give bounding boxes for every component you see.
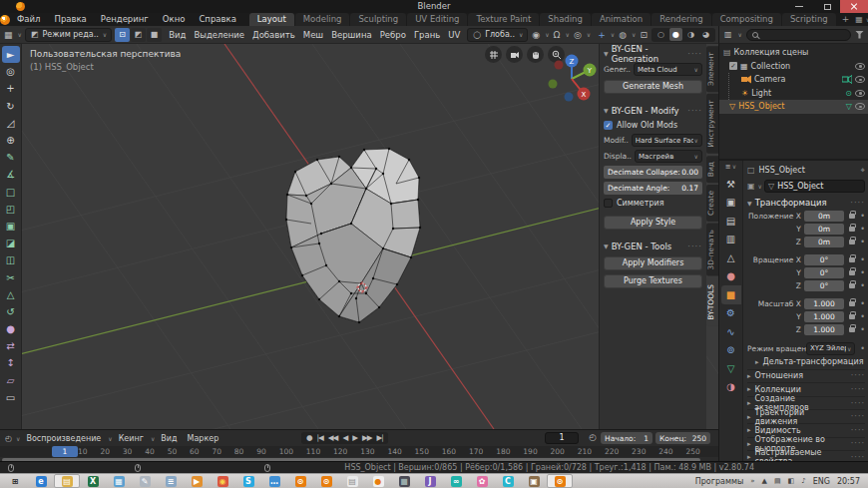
purge-textures-button[interactable]: Purge Textures bbox=[604, 274, 702, 288]
play-reverse-button[interactable]: ◀ bbox=[340, 433, 349, 443]
shading-wireframe[interactable]: ○ bbox=[654, 28, 667, 41]
camera-view-button[interactable] bbox=[506, 46, 523, 63]
maximize-button[interactable] bbox=[814, 0, 840, 13]
lock-icon[interactable] bbox=[849, 301, 855, 306]
lock-icon[interactable] bbox=[849, 314, 855, 319]
panel-header[interactable]: BY-GEN - Generation bbox=[604, 47, 702, 60]
jump-to-end-button[interactable]: ▶| bbox=[375, 433, 385, 443]
start-frame-field[interactable]: Начало:1 bbox=[601, 432, 652, 444]
tool-spin[interactable]: ↺ bbox=[2, 303, 20, 320]
close-button[interactable] bbox=[840, 0, 868, 13]
edge-select-button[interactable]: ◩ bbox=[131, 28, 146, 42]
jump-to-start-button[interactable]: |◀ bbox=[315, 433, 325, 443]
lock-icon[interactable] bbox=[849, 327, 855, 332]
value-field[interactable]: 0° bbox=[804, 254, 844, 265]
c-app-icon[interactable]: C bbox=[495, 474, 521, 488]
animate-dot-icon[interactable]: • bbox=[860, 255, 865, 264]
view-menu[interactable]: Вид bbox=[157, 434, 181, 443]
tool-rip-region[interactable]: ▭ bbox=[2, 389, 20, 406]
programs-label[interactable]: Программы bbox=[695, 477, 744, 486]
value-field[interactable]: 1.000 bbox=[804, 298, 844, 309]
orientation-dropdown[interactable]: ◯ Глоба.. bbox=[467, 28, 528, 42]
title-bar[interactable]: Blender bbox=[0, 0, 868, 13]
viewport-menu-item[interactable]: UV bbox=[444, 30, 464, 40]
lock-icon[interactable] bbox=[849, 270, 855, 275]
marker-menu[interactable]: Маркер bbox=[184, 434, 223, 443]
outliner-root-row[interactable]: ▤ Коллекция сцены bbox=[719, 46, 868, 60]
blender-icon-2[interactable]: ⊙ bbox=[313, 474, 339, 488]
tool-edge-slide[interactable]: ⇄ bbox=[2, 337, 20, 354]
end-frame-field[interactable]: Конец:250 bbox=[655, 432, 710, 444]
animate-dot-icon[interactable]: • bbox=[860, 299, 865, 308]
tool-smooth[interactable]: ● bbox=[2, 320, 20, 337]
tool-loop-cut[interactable]: ◫ bbox=[2, 251, 20, 268]
messenger-icon[interactable]: … bbox=[261, 474, 287, 488]
sidebar-tab[interactable]: 3D-печать bbox=[706, 224, 718, 276]
navigation-gizmo[interactable]: Z Y X bbox=[541, 50, 603, 108]
sidebar-tab[interactable]: Инструмент bbox=[706, 94, 718, 154]
briefcase-app-icon[interactable]: ▣ bbox=[521, 474, 547, 488]
proportional-edit-icon[interactable]: ◎ bbox=[573, 30, 583, 40]
value-field[interactable]: 1.000 bbox=[804, 324, 844, 335]
outliner-object-row-selected[interactable]: ▽ HSS_Object ▽ bbox=[719, 100, 868, 114]
panel-header[interactable]: BY-GEN - Tools bbox=[604, 240, 702, 252]
show-hidden-icons[interactable]: ▲ bbox=[762, 477, 767, 485]
flower-app-icon[interactable]: ✿ bbox=[469, 474, 495, 488]
timeline-ruler[interactable]: 1 10 20 30 40 50 60 70 80 90 100 11 bbox=[0, 446, 718, 457]
volume-icon[interactable]: ♪ bbox=[801, 477, 805, 485]
tab-render[interactable]: ▣ bbox=[721, 194, 741, 213]
rotation-mode-dropdown[interactable]: XYZ Эйлер bbox=[806, 342, 855, 355]
tool-move[interactable]: + bbox=[2, 80, 20, 97]
hide-icon[interactable] bbox=[855, 63, 865, 70]
timeline-editor-icon[interactable]: ◴ bbox=[4, 434, 13, 443]
viewport-menu-item[interactable]: Грань bbox=[410, 30, 444, 40]
skype-icon[interactable]: S bbox=[235, 474, 261, 488]
dark-app-icon[interactable]: ■ bbox=[391, 474, 417, 488]
viewport-menu-item[interactable]: Ребро bbox=[376, 30, 410, 40]
outliner-search-input[interactable] bbox=[746, 29, 851, 41]
animate-dot-icon[interactable]: • bbox=[860, 325, 865, 334]
tab-physics[interactable]: ⊚ bbox=[721, 341, 741, 360]
collection-checkbox[interactable]: ✓ bbox=[729, 62, 737, 70]
animate-dot-icon[interactable]: • bbox=[860, 268, 865, 277]
tab-output[interactable]: ▤ bbox=[721, 212, 741, 231]
animate-dot-icon[interactable]: • bbox=[860, 212, 865, 221]
overlays-icon[interactable]: ◍ bbox=[618, 30, 628, 40]
displace-texture-dropdown[interactable]: Масгрейв bbox=[635, 150, 702, 163]
property-section[interactable]: Траектории движения bbox=[747, 409, 865, 423]
animate-dot-icon[interactable]: • bbox=[860, 225, 865, 234]
tool-extrude[interactable]: ◰ bbox=[2, 201, 20, 218]
tool-scale[interactable]: ◿ bbox=[2, 115, 20, 132]
property-section[interactable]: Настраиваемые свойства bbox=[747, 450, 865, 461]
play-button[interactable]: ▶ bbox=[350, 433, 359, 443]
language-indicator[interactable]: ENG bbox=[813, 477, 830, 486]
face-select-button[interactable]: ■ bbox=[147, 28, 162, 42]
menu-item[interactable]: Окно bbox=[156, 14, 193, 24]
orange-dot-app-icon[interactable]: ● bbox=[365, 474, 391, 488]
value-field[interactable]: 0° bbox=[804, 280, 844, 291]
shading-rendered[interactable]: ◕ bbox=[699, 28, 712, 41]
tab-tool[interactable]: ⚒ bbox=[721, 175, 741, 194]
tool-poly-build[interactable]: △ bbox=[2, 286, 20, 303]
tool-annotate[interactable]: ✎ bbox=[2, 149, 20, 166]
document-icon[interactable]: ▤ bbox=[339, 474, 365, 488]
media-player-icon[interactable]: ▶ bbox=[184, 474, 210, 488]
tab-material[interactable]: ◑ bbox=[721, 378, 741, 397]
workspace-tab[interactable]: UV Editing bbox=[407, 13, 467, 26]
file-explorer-icon[interactable]: ▤ bbox=[54, 474, 80, 488]
decimate-collapse-slider[interactable]: Decimate Collapse:0.00 bbox=[604, 166, 702, 179]
value-field[interactable]: 0m bbox=[804, 237, 844, 247]
tool-add-cube[interactable]: □ bbox=[2, 184, 20, 201]
tab-scene[interactable]: △ bbox=[721, 248, 741, 267]
blender-active-icon[interactable]: ⊙ bbox=[547, 474, 573, 488]
shading-solid[interactable]: ● bbox=[669, 28, 682, 41]
value-field[interactable]: 0° bbox=[804, 267, 844, 278]
internet-explorer-icon[interactable]: e bbox=[28, 474, 54, 488]
tab-constraints[interactable]: ∿ bbox=[721, 322, 741, 341]
pin-icon[interactable]: ⌖ bbox=[860, 166, 865, 176]
apply-modifiers-button[interactable]: Apply Modifiers bbox=[604, 256, 702, 270]
lock-icon[interactable] bbox=[849, 240, 855, 244]
sidebar-tab[interactable]: Элемент bbox=[706, 46, 718, 92]
outliner-light-row[interactable]: ☀ Light ⊙ bbox=[719, 87, 868, 101]
editor-type-icon[interactable]: ≡ bbox=[725, 163, 736, 171]
